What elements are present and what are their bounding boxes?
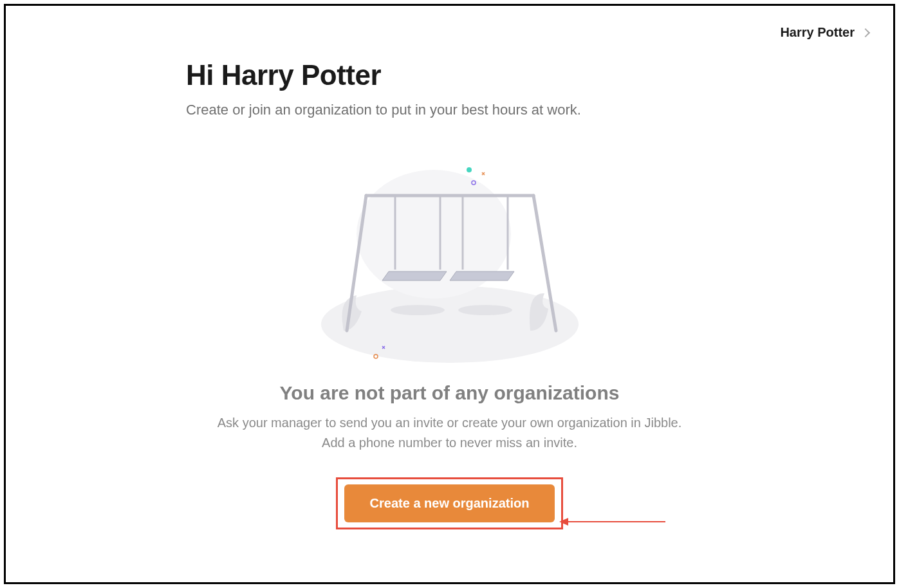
username-label: Harry Potter	[780, 25, 855, 39]
empty-state-title: You are not part of any organizations	[25, 382, 874, 404]
annotation-arrow-icon	[559, 515, 669, 528]
chevron-right-icon[interactable]	[861, 28, 870, 37]
svg-marker-15	[559, 518, 568, 526]
app-frame: Harry Potter Hi Harry Potter Create or j…	[4, 4, 895, 584]
user-menu[interactable]: Harry Potter	[780, 25, 855, 40]
empty-state-description-1: Ask your manager to send you an invite o…	[25, 416, 874, 430]
empty-state: You are not part of any organizations As…	[25, 157, 874, 529]
empty-state-description-2: Add a phone number to never miss an invi…	[25, 436, 874, 450]
svg-point-6	[458, 305, 512, 315]
create-organization-button[interactable]: Create a new organization	[344, 484, 555, 522]
swing-illustration	[305, 157, 595, 369]
content: Hi Harry Potter Create or join an organi…	[25, 40, 874, 118]
svg-point-2	[467, 167, 472, 172]
annotation-highlight-box: Create a new organization	[336, 477, 564, 529]
header: Harry Potter	[25, 25, 874, 40]
greeting-subtitle: Create or join an organization to put in…	[186, 102, 874, 118]
greeting-title: Hi Harry Potter	[186, 59, 874, 91]
svg-point-5	[391, 305, 445, 315]
